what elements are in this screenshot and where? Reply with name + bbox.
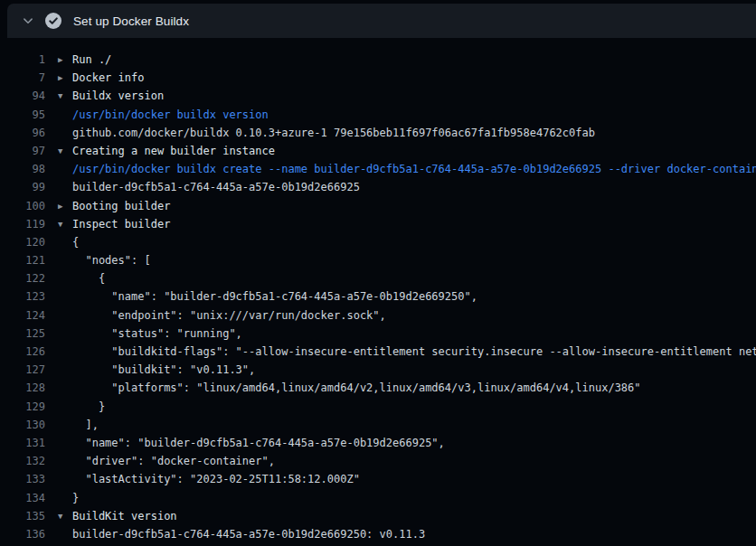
group-expanded-icon[interactable]: ▼ xyxy=(58,507,72,525)
log-line: 120{ xyxy=(0,233,756,251)
log-group-row[interactable]: 7▶Docker info xyxy=(0,69,756,87)
line-number[interactable]: 99 xyxy=(0,178,45,196)
log-output: 1▶Run ./7▶Docker info94▼Buildx version95… xyxy=(0,51,756,543)
line-number[interactable]: 100 xyxy=(0,197,45,215)
log-line: 125 "status": "running", xyxy=(0,325,756,343)
line-number[interactable]: 135 xyxy=(0,507,45,525)
arrow-spacer xyxy=(58,325,72,343)
arrow-spacer xyxy=(58,287,72,306)
line-number[interactable]: 129 xyxy=(0,398,45,416)
line-number[interactable]: 131 xyxy=(0,434,45,452)
log-line: 136builder-d9cfb5a1-c764-445a-a57e-0b19d… xyxy=(0,525,756,543)
log-group-row[interactable]: 100▶Booting builder xyxy=(0,197,756,215)
step-title: Set up Docker Buildx xyxy=(73,14,189,28)
arrow-spacer xyxy=(58,416,72,434)
arrow-spacer xyxy=(58,525,72,543)
line-number[interactable]: 136 xyxy=(0,525,45,543)
line-number[interactable]: 98 xyxy=(0,160,45,178)
log-text: github.com/docker/buildx 0.10.3+azure-1 … xyxy=(72,124,595,142)
line-number[interactable]: 126 xyxy=(0,343,45,361)
arrow-spacer xyxy=(58,178,72,196)
arrow-spacer xyxy=(58,269,72,287)
log-line: 96github.com/docker/buildx 0.10.3+azure-… xyxy=(0,124,756,142)
arrow-spacer xyxy=(58,124,72,142)
log-group-row[interactable]: 94▼Buildx version xyxy=(0,87,756,105)
arrow-spacer xyxy=(58,306,72,325)
arrow-spacer xyxy=(58,361,72,379)
log-line: 98/usr/bin/docker buildx create --name b… xyxy=(0,160,756,178)
log-line: 99builder-d9cfb5a1-c764-445a-a57e-0b19d2… xyxy=(0,178,756,196)
line-number[interactable]: 127 xyxy=(0,361,45,379)
line-number[interactable]: 125 xyxy=(0,325,45,343)
line-number[interactable]: 96 xyxy=(0,124,45,142)
line-number[interactable]: 124 xyxy=(0,306,45,325)
log-line: 134} xyxy=(0,489,756,507)
line-number[interactable]: 119 xyxy=(0,215,45,233)
log-text: { xyxy=(72,233,79,251)
arrow-spacer xyxy=(58,452,72,470)
log-line: 129 } xyxy=(0,398,756,416)
log-text: "endpoint": "unix:///var/run/docker.sock… xyxy=(72,306,386,325)
log-text: Booting builder xyxy=(72,197,170,215)
log-line: 130 ], xyxy=(0,416,756,434)
log-text: BuildKit version xyxy=(72,507,177,525)
group-expanded-icon[interactable]: ▼ xyxy=(58,142,72,160)
group-collapsed-icon[interactable]: ▶ xyxy=(58,69,72,87)
log-line: 127 "buildkit": "v0.11.3", xyxy=(0,361,756,379)
log-text: "driver": "docker-container", xyxy=(72,452,275,470)
line-number[interactable]: 128 xyxy=(0,379,45,397)
arrow-spacer xyxy=(58,251,72,269)
group-collapsed-icon[interactable]: ▶ xyxy=(58,197,72,215)
line-number[interactable]: 94 xyxy=(0,87,45,105)
log-line: 122 { xyxy=(0,269,756,287)
log-text: "name": "builder-d9cfb5a1-c764-445a-a57e… xyxy=(72,434,445,452)
log-text: builder-d9cfb5a1-c764-445a-a57e-0b19d2e6… xyxy=(72,525,425,543)
arrow-spacer xyxy=(58,470,72,488)
line-number[interactable]: 122 xyxy=(0,269,45,287)
line-number[interactable]: 133 xyxy=(0,470,45,488)
line-number[interactable]: 95 xyxy=(0,106,45,124)
line-number[interactable]: 7 xyxy=(0,69,45,87)
log-text: } xyxy=(72,489,79,507)
group-expanded-icon[interactable]: ▼ xyxy=(58,215,72,233)
line-number[interactable]: 1 xyxy=(0,51,45,69)
group-collapsed-icon[interactable]: ▶ xyxy=(58,51,72,69)
log-group-row[interactable]: 119▼Inspect builder xyxy=(0,215,756,233)
log-line: 95/usr/bin/docker buildx version xyxy=(0,106,756,124)
check-circle-icon xyxy=(45,13,61,29)
arrow-spacer xyxy=(58,343,72,361)
log-text: "lastActivity": "2023-02-25T11:58:12.000… xyxy=(72,470,360,488)
arrow-spacer xyxy=(58,398,72,416)
step-header[interactable]: Set up Docker Buildx xyxy=(7,4,756,38)
log-text: /usr/bin/docker buildx create --name bui… xyxy=(72,160,756,178)
log-text: "platforms": "linux/amd64,linux/amd64/v2… xyxy=(72,379,641,397)
chevron-down-icon[interactable] xyxy=(23,15,33,26)
line-number[interactable]: 123 xyxy=(0,287,45,306)
log-text: builder-d9cfb5a1-c764-445a-a57e-0b19d2e6… xyxy=(72,178,360,196)
log-line: 123 "name": "builder-d9cfb5a1-c764-445a-… xyxy=(0,287,756,306)
arrow-spacer xyxy=(58,106,72,124)
log-text: } xyxy=(72,398,105,416)
log-text: Creating a new builder instance xyxy=(72,142,275,160)
log-text: Docker info xyxy=(72,69,144,87)
line-number[interactable]: 120 xyxy=(0,233,45,251)
log-line: 124 "endpoint": "unix:///var/run/docker.… xyxy=(0,306,756,325)
line-number[interactable]: 134 xyxy=(0,489,45,507)
arrow-spacer xyxy=(58,233,72,251)
log-text: Inspect builder xyxy=(72,215,170,233)
log-group-row[interactable]: 97▼Creating a new builder instance xyxy=(0,142,756,160)
arrow-spacer xyxy=(58,160,72,178)
arrow-spacer xyxy=(58,489,72,507)
group-expanded-icon[interactable]: ▼ xyxy=(58,87,72,105)
line-number[interactable]: 130 xyxy=(0,416,45,434)
log-line: 126 "buildkitd-flags": "--allow-insecure… xyxy=(0,343,756,361)
line-number[interactable]: 97 xyxy=(0,142,45,160)
log-text: "buildkitd-flags": "--allow-insecure-ent… xyxy=(72,343,756,361)
log-text: "nodes": [ xyxy=(72,251,151,269)
log-group-row[interactable]: 135▼BuildKit version xyxy=(0,507,756,525)
line-number[interactable]: 121 xyxy=(0,251,45,269)
log-text: "buildkit": "v0.11.3", xyxy=(72,361,255,379)
line-number[interactable]: 132 xyxy=(0,452,45,470)
log-group-row[interactable]: 1▶Run ./ xyxy=(0,51,756,69)
log-text: ], xyxy=(72,416,99,434)
